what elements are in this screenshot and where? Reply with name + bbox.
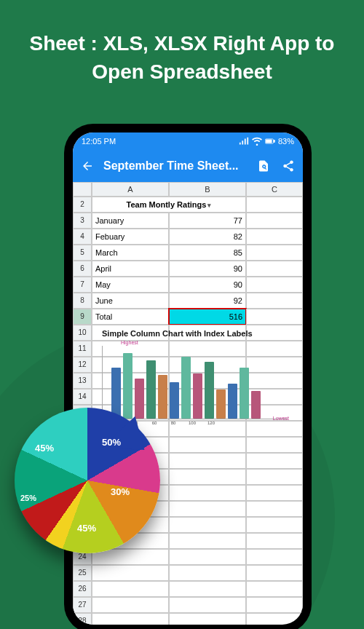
col-a[interactable]: A <box>92 182 169 197</box>
pie-label: 45% <box>77 523 96 534</box>
bar <box>228 384 237 419</box>
table-cell[interactable]: Febuary <box>92 229 169 245</box>
signal-icon <box>239 137 249 146</box>
table-cell[interactable] <box>246 277 303 293</box>
x-tick: 100 <box>185 421 199 425</box>
table-cell[interactable] <box>246 213 303 229</box>
lowest-annotation: Lowest <box>273 416 289 421</box>
filter-icon[interactable]: ▾ <box>207 198 211 213</box>
table-cell[interactable]: April <box>92 261 169 277</box>
row-head[interactable]: 10 <box>73 325 92 341</box>
pie-label: 50% <box>102 437 121 448</box>
row-head[interactable]: 7 <box>73 277 92 293</box>
arrow-left-icon <box>81 159 94 173</box>
column-headers: A B C <box>73 182 303 197</box>
share-icon <box>282 159 295 173</box>
battery-pct: 83% <box>278 137 294 146</box>
row-head[interactable]: 28 <box>73 613 92 625</box>
bar <box>240 368 249 419</box>
bar <box>205 362 214 419</box>
battery-icon <box>265 137 275 146</box>
table-cell[interactable]: May <box>92 277 169 293</box>
back-button[interactable] <box>79 159 96 173</box>
pie-chart: 45% 50% 30% 45% 25% <box>15 408 175 568</box>
table-cell[interactable] <box>246 245 303 261</box>
total-cell-selected[interactable]: 516 <box>169 309 246 325</box>
row-head[interactable]: 6 <box>73 261 92 277</box>
highest-annotation: Highest <box>121 340 138 345</box>
app-bar: September Time Sheet... <box>73 150 303 182</box>
headline: Sheet : XLS, XLSX Right App to Open Spre… <box>0 0 364 100</box>
pie-label: 25% <box>20 494 36 502</box>
table-cell[interactable]: 90 <box>169 277 246 293</box>
table-cell[interactable]: June <box>92 293 169 309</box>
table-cell[interactable]: 82 <box>169 229 246 245</box>
share-button[interactable] <box>280 159 297 173</box>
row-head[interactable]: 2 <box>73 197 92 213</box>
total-label[interactable]: Total <box>92 309 169 325</box>
table-cell[interactable]: 92 <box>169 293 246 309</box>
row-head[interactable]: 14 <box>73 389 92 405</box>
svg-rect-1 <box>274 141 274 143</box>
table-cell[interactable]: 90 <box>169 261 246 277</box>
app-title: September Time Sheet... <box>103 159 248 173</box>
col-b[interactable]: B <box>169 182 246 197</box>
wifi-icon <box>252 137 262 146</box>
bar <box>181 357 191 419</box>
col-c[interactable]: C <box>246 182 303 197</box>
row-head[interactable]: 26 <box>73 581 92 597</box>
row-head[interactable]: 12 <box>73 357 92 373</box>
table-cell[interactable] <box>246 229 303 245</box>
row-head[interactable]: 11 <box>73 341 92 357</box>
bar <box>251 391 261 419</box>
table-cell[interactable]: 77 <box>169 213 246 229</box>
search-button[interactable] <box>255 159 272 173</box>
row-head[interactable]: 5 <box>73 245 92 261</box>
bar <box>216 389 226 419</box>
table-cell[interactable] <box>246 293 303 309</box>
row-head[interactable]: 8 <box>73 293 92 309</box>
row-head[interactable]: 13 <box>73 373 92 389</box>
row-head[interactable]: 3 <box>73 213 92 229</box>
bar-chart-title: Simple Column Chart with Index Labels <box>102 329 253 338</box>
table-cell[interactable]: January <box>92 213 169 229</box>
pie-label: 30% <box>111 486 130 497</box>
table-cell[interactable]: 85 <box>169 245 246 261</box>
document-search-icon <box>257 159 270 173</box>
table-cell[interactable] <box>246 261 303 277</box>
x-tick: 120 <box>204 421 218 425</box>
row-head[interactable]: 4 <box>73 229 92 245</box>
pie-label: 45% <box>35 443 54 454</box>
row-head[interactable]: 9 <box>73 309 92 325</box>
bar <box>193 373 202 419</box>
table-header[interactable]: Team Montly Ratings▾ <box>92 197 246 213</box>
svg-rect-2 <box>266 140 272 143</box>
row-head[interactable]: 27 <box>73 597 92 613</box>
table-cell[interactable]: March <box>92 245 169 261</box>
status-time: 12:05 PM <box>82 137 116 146</box>
status-bar: 12:05 PM 83% <box>73 132 303 150</box>
